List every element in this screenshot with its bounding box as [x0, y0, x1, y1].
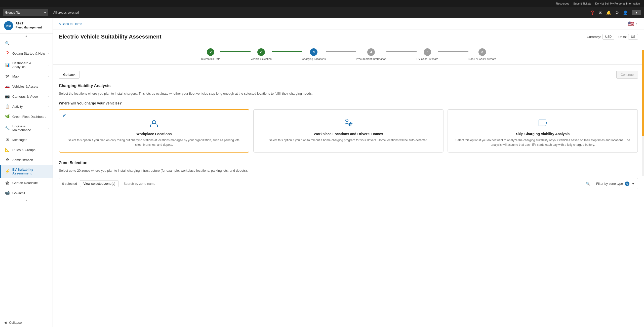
groups-filter-label: Groups filter: [5, 11, 42, 14]
chevron-icon: ›: [48, 159, 49, 161]
sidebar-item-dashboard[interactable]: 📊 Dashboard & Analytics ›: [0, 58, 53, 71]
roadside-icon: 🛣: [5, 181, 10, 185]
skip-icon: [453, 117, 632, 129]
search-icon: 🔍: [586, 182, 590, 186]
step-1-label: Telematics Data: [201, 57, 220, 60]
skip-card-desc: Select this option if you do not want to…: [453, 138, 632, 147]
gocam-icon: 📹: [5, 191, 10, 195]
sidebar-item-geotab-roadside[interactable]: 🛣 Geotab Roadside: [0, 178, 53, 188]
sidebar-collapse-button[interactable]: ◀ Collapse: [0, 318, 53, 327]
resources-link[interactable]: Resources: [556, 2, 569, 5]
step-3[interactable]: 3 Charging Locations: [302, 48, 326, 60]
zone-search-input[interactable]: [122, 181, 583, 187]
workplace-card-title: Workplace Locations: [64, 132, 244, 136]
app-layout: AT&T AT&TFleet Management ▲ 🔍 ❓ Getting …: [0, 18, 644, 327]
charging-cards: ✔ Workplace Locations Select this option…: [59, 109, 638, 153]
skip-card-title: Skip Charging Viability Analysis: [453, 132, 632, 136]
step-1-number: ✓: [209, 50, 212, 54]
zone-section-title: Zone Selection: [59, 161, 638, 165]
sidebar-item-green-fleet[interactable]: 🌿 Green Fleet Dashboard: [0, 112, 53, 122]
step-2-label: Vehicle Selection: [251, 57, 272, 60]
sidebar-item-messages[interactable]: ✉ Messages: [0, 135, 53, 145]
zone-section-desc: Select up to 20 zones where you plan to …: [59, 168, 638, 173]
camera-icon: 📷: [5, 94, 10, 99]
sidebar-item-getting-started[interactable]: ❓ Getting Started & Help ›: [0, 48, 53, 58]
step-5[interactable]: 5 EV Cost Estimate: [417, 48, 438, 60]
zone-controls: 0 selected View selected zone(s) 🔍 Filte…: [59, 178, 638, 189]
help-icon[interactable]: ❓: [590, 10, 595, 15]
step-1[interactable]: ✓ Telematics Data: [201, 48, 220, 60]
submit-tickets-link[interactable]: Submit Tickets: [573, 2, 591, 5]
groups-filter-dropdown[interactable]: Groups filter ▼: [3, 9, 48, 16]
user-icon[interactable]: 👤: [623, 10, 628, 15]
sidebar-item-administration[interactable]: ⚙ Administration ›: [0, 155, 53, 165]
section-desc: Select the locations where you plan to i…: [59, 91, 638, 96]
sidebar-item-activity[interactable]: 📋 Activity ›: [0, 101, 53, 112]
dashboard-icon: 📊: [5, 63, 10, 67]
section-title: Charging Viability Analysis: [59, 84, 638, 88]
step-4[interactable]: 4 Procurement Information: [356, 48, 386, 60]
collapse-icon: ◀: [4, 321, 7, 324]
sidebar-item-engine[interactable]: 🔧 Engine & Maintenance ›: [0, 122, 53, 135]
mail-icon[interactable]: ✉: [599, 10, 602, 15]
currency-control: Currency: USD: [587, 34, 614, 40]
checkmark-icon: ✓: [635, 22, 638, 26]
skip-card[interactable]: Skip Charging Viability Analysis Select …: [448, 109, 638, 153]
green-fleet-icon: 🌿: [5, 114, 10, 119]
step-line-1-2: [220, 51, 251, 52]
currency-button[interactable]: USD: [602, 34, 614, 40]
workplace-home-card[interactable]: Workplace Locations and Drivers' Homes S…: [253, 109, 444, 153]
workplace-icon: [64, 117, 244, 129]
settings-icon[interactable]: ⚙: [615, 10, 619, 15]
nav-icons: ❓ ✉ 🔔 ⚙ 👤 ▼: [590, 10, 641, 15]
chevron-icon: ›: [48, 105, 49, 108]
sidebar-item-ev-suitability[interactable]: ⚡ EV Suitability Assessment: [0, 165, 53, 178]
scroll-down-button[interactable]: ▼: [0, 198, 53, 203]
workplace-home-card-desc: Select this option if you plan to roll o…: [259, 138, 438, 142]
view-zones-button[interactable]: View selected zone(s): [80, 180, 118, 187]
nav-bar: Groups filter ▼ All groups selected ❓ ✉ …: [0, 7, 644, 18]
top-bar-links: Resources Submit Tickets Do Not Sell My …: [556, 2, 640, 5]
scroll-thumb[interactable]: [642, 50, 644, 136]
country-selector[interactable]: 🇺🇸 ✓: [628, 21, 638, 27]
main-content: < Back to Home 🇺🇸 ✓ Electric Vehicle Sui…: [53, 18, 644, 327]
step-6-circle: 6: [478, 48, 486, 56]
sidebar-item-cameras[interactable]: 📷 Cameras & Video ›: [0, 91, 53, 101]
units-button[interactable]: US: [628, 34, 638, 40]
filter-by-zone-type-dropdown[interactable]: Filter by zone type 0 ▼: [593, 181, 635, 186]
step-5-circle: 5: [424, 48, 431, 56]
chevron-icon: ›: [48, 95, 49, 98]
chevron-down-icon: ▼: [631, 182, 635, 186]
go-back-button[interactable]: Go back: [59, 71, 79, 79]
scroll-up-button[interactable]: ▲: [0, 33, 53, 38]
scrollbar[interactable]: [642, 50, 644, 176]
step-4-number: 4: [370, 50, 372, 54]
step-3-number: 3: [313, 50, 315, 54]
rules-icon: 📐: [5, 148, 10, 152]
step-line-4-5: [386, 51, 417, 52]
step-2[interactable]: ✓ Vehicle Selection: [251, 48, 272, 60]
action-bar: Go back Continue: [59, 71, 638, 79]
workplace-home-card-title: Workplace Locations and Drivers' Homes: [259, 132, 438, 136]
workplace-card[interactable]: ✔ Workplace Locations Select this option…: [59, 109, 249, 153]
chevron-icon: ›: [48, 127, 49, 130]
continue-button[interactable]: Continue: [616, 71, 638, 79]
step-6[interactable]: 6 Non-EV Cost Estimate: [468, 48, 496, 60]
charging-question: Where will you charge your vehicles?: [59, 101, 638, 105]
workplace-card-desc: Select this option if you plan on only r…: [64, 138, 244, 147]
activity-icon: 📋: [5, 104, 10, 109]
ev-icon: ⚡: [5, 169, 10, 174]
header-controls: Currency: USD Units: US: [587, 34, 638, 40]
sidebar-item-gocam[interactable]: 📹 GoCam+: [0, 188, 53, 198]
sidebar-item-map[interactable]: 🗺 Map ›: [0, 71, 53, 81]
scroll-area: Go back Continue Charging Viability Anal…: [53, 65, 644, 327]
sidebar-item-rules[interactable]: 📐 Rules & Groups ›: [0, 145, 53, 155]
sidebar-item-search[interactable]: 🔍: [0, 38, 53, 48]
do-not-sell-link[interactable]: Do Not Sell My Personal Information: [595, 2, 640, 5]
back-to-home-link[interactable]: < Back to Home: [59, 22, 82, 26]
user-button[interactable]: ▼: [632, 10, 641, 15]
notification-icon[interactable]: 🔔: [606, 10, 611, 15]
step-5-label: EV Cost Estimate: [417, 57, 438, 60]
step-2-circle: ✓: [257, 48, 265, 56]
sidebar-item-vehicles[interactable]: 🚗 Vehicles & Assets: [0, 81, 53, 91]
